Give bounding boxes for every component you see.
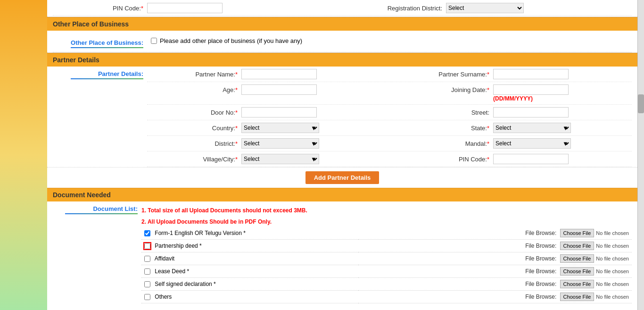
partner-details-sidebar-label: Partner Details: (53, 70, 143, 77)
country-label: Country: (212, 125, 235, 132)
doc4-choose-file-button[interactable]: Choose File (560, 267, 594, 276)
doc5-label: Self signed declaration * (155, 281, 215, 287)
partner-name-input[interactable] (241, 69, 317, 79)
doc2-browse-label: File Browse: (525, 243, 556, 249)
scrollbar-thumb[interactable] (638, 94, 644, 113)
doc5-file-status: No file chosen (596, 281, 629, 287)
doc4-browse-label: File Browse: (525, 268, 556, 275)
pin-code-label: PIN Code: (113, 5, 141, 12)
doc1-label: Form-1 English OR Telugu Version * (155, 230, 246, 236)
registration-district-select[interactable]: Select (446, 3, 524, 13)
doc2-checkbox[interactable] (144, 243, 150, 249)
doc6-label: Others (155, 293, 172, 300)
doc4-file-input: Choose File No file chosen (560, 267, 629, 276)
other-place-section-header: Other Place of Business (47, 17, 637, 31)
partner-pin-code-label: PIN Code: (459, 156, 487, 163)
partner-details-underline (71, 78, 143, 79)
doc2-choose-file-button[interactable]: Choose File (560, 242, 594, 250)
doc3-file-input: Choose File No file chosen (560, 254, 629, 263)
doc1-file-input: Choose File No file chosen (560, 229, 629, 237)
add-partner-row: Add Partner Details (47, 167, 637, 188)
joining-date-input[interactable] (493, 84, 569, 95)
doc3-checkbox[interactable] (144, 256, 150, 262)
other-place-underline (71, 47, 143, 48)
doc-note1: 1. Total size of all Upload Documents sh… (141, 204, 632, 216)
age-input[interactable] (241, 84, 317, 95)
country-select[interactable]: Select (241, 123, 319, 133)
doc5-file-input: Choose File No file chosen (560, 280, 629, 288)
other-place-checkbox-label: Please add other place of business (if y… (160, 37, 302, 44)
document-list-underline (65, 213, 138, 214)
village-city-label: Village/City: (203, 156, 235, 163)
doc1-file-status: No file chosen (596, 230, 629, 236)
door-no-label: Door No: (211, 109, 235, 116)
state-label: State: (471, 125, 487, 132)
partner-details-section-header: Partner Details (47, 53, 637, 67)
add-partner-button[interactable]: Add Partner Details (305, 171, 380, 184)
doc4-label: Lease Deed * (155, 268, 189, 275)
street-label: Street: (471, 109, 489, 116)
partner-name-label: Partner Name: (195, 71, 235, 78)
district-label: District: (215, 140, 235, 147)
doc3-choose-file-button[interactable]: Choose File (560, 254, 594, 263)
documents-table: Form-1 English OR Telugu Version * File … (141, 227, 632, 303)
partner-surname-label: Partner Surname: (438, 71, 487, 78)
other-place-sidebar-label: Other Place of Business: (53, 39, 143, 46)
left-sidebar (0, 0, 47, 310)
pin-code-required: * (141, 5, 143, 12)
doc-note2: 2. All Upload Documents Should be in PDF… (141, 216, 632, 227)
scrollbar[interactable] (637, 0, 644, 310)
partner-pin-code-input[interactable] (493, 154, 569, 164)
other-place-title: Other Place of Business (53, 20, 129, 28)
age-label: Age: (223, 86, 235, 93)
mandal-select[interactable]: Select (493, 138, 571, 149)
mandal-label: Mandal: (465, 140, 487, 147)
table-row: Others File Browse: Choose File No file … (141, 291, 632, 303)
other-place-checkbox[interactable] (151, 38, 157, 44)
table-row: Lease Deed * File Browse: Choose File No… (141, 265, 632, 278)
table-row: Self signed declaration * File Browse: C… (141, 278, 632, 291)
registration-district-label: Registration District: (388, 5, 442, 12)
doc1-checkbox[interactable] (144, 230, 150, 236)
street-input[interactable] (493, 107, 569, 117)
doc3-browse-label: File Browse: (525, 255, 556, 262)
doc2-label: Partnership deed * (155, 243, 201, 249)
doc5-choose-file-button[interactable]: Choose File (560, 280, 594, 288)
village-city-select[interactable]: Select (241, 154, 319, 164)
doc6-choose-file-button[interactable]: Choose File (560, 293, 594, 301)
door-no-input[interactable] (241, 107, 317, 117)
date-hint: (DD/MM/YYYY) (493, 95, 533, 102)
doc4-checkbox[interactable] (144, 268, 150, 275)
joining-date-label: Joining Date: (451, 86, 487, 93)
document-list-sidebar-label: Document List: (47, 205, 138, 212)
document-needed-section-header: Document Needed (47, 188, 637, 201)
doc2-file-input: Choose File No file chosen (560, 242, 629, 250)
doc3-file-status: No file chosen (596, 256, 629, 261)
document-needed-title: Document Needed (53, 191, 111, 199)
district-select[interactable]: Select (241, 138, 319, 149)
partner-surname-input[interactable] (493, 69, 569, 79)
doc6-checkbox[interactable] (144, 294, 150, 300)
show-payment-row: Show Payment (47, 306, 637, 310)
partner-details-title: Partner Details (53, 56, 99, 64)
doc5-browse-label: File Browse: (525, 281, 556, 287)
doc6-browse-label: File Browse: (525, 293, 556, 300)
table-row: Partnership deed * File Browse: Choose F… (141, 240, 632, 252)
table-row: Form-1 English OR Telugu Version * File … (141, 227, 632, 240)
doc6-file-input: Choose File No file chosen (560, 293, 629, 301)
doc5-checkbox[interactable] (144, 281, 150, 287)
doc3-label: Affidavit (155, 255, 174, 262)
state-select[interactable]: Select (493, 123, 571, 133)
pin-code-input[interactable] (147, 3, 223, 13)
doc6-file-status: No file chosen (596, 294, 629, 300)
doc1-browse-label: File Browse: (525, 230, 556, 236)
table-row: Affidavit File Browse: Choose File No fi… (141, 252, 632, 265)
doc4-file-status: No file chosen (596, 268, 629, 274)
doc2-file-status: No file chosen (596, 243, 629, 249)
doc1-choose-file-button[interactable]: Choose File (560, 229, 594, 237)
